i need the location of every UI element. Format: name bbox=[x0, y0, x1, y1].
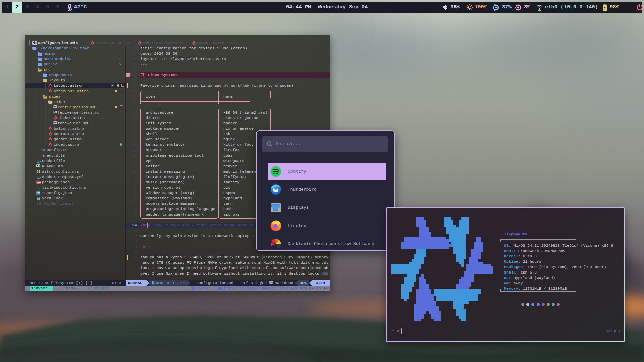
svg-text:1: 1 bbox=[141, 74, 142, 77]
